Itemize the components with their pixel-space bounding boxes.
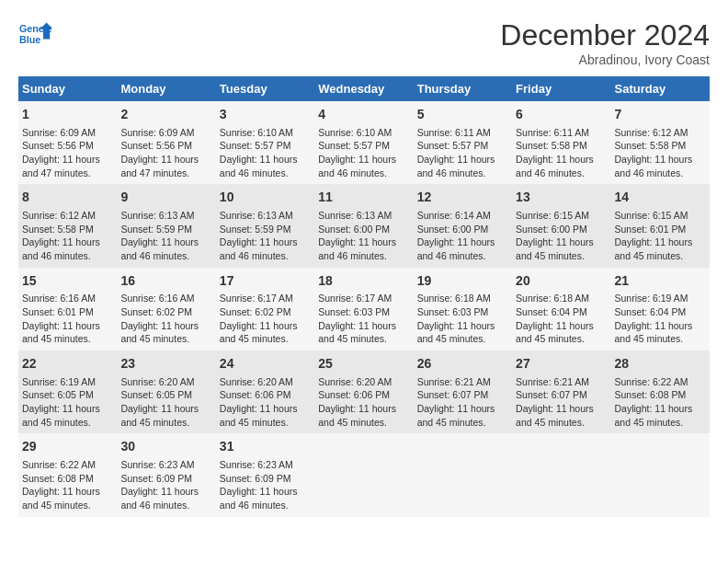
calendar-cell: 4Sunrise: 6:10 AMSunset: 5:57 PMDaylight… — [314, 101, 413, 184]
day-number: 19 — [417, 272, 508, 291]
day-number: 18 — [318, 272, 409, 291]
calendar-cell — [512, 433, 610, 516]
day-header-saturday: Saturday — [611, 76, 710, 101]
day-header-tuesday: Tuesday — [216, 76, 314, 101]
sunrise-label: Sunrise: 6:20 AM — [120, 376, 194, 387]
daylight-label: Daylight: 11 hours and 46 minutes. — [417, 236, 495, 261]
daylight-label: Daylight: 11 hours and 45 minutes. — [516, 403, 594, 428]
daylight-label: Daylight: 11 hours and 46 minutes. — [318, 236, 396, 261]
daylight-label: Daylight: 11 hours and 45 minutes. — [22, 403, 100, 428]
day-number: 7 — [615, 106, 706, 124]
day-number: 31 — [220, 438, 311, 456]
calendar-cell — [314, 433, 413, 516]
sunset-label: Sunset: 5:59 PM — [220, 224, 291, 235]
sunset-label: Sunset: 6:06 PM — [318, 389, 390, 400]
location-subtitle: Abradinou, Ivory Coast — [500, 52, 710, 67]
day-number: 25 — [318, 355, 409, 373]
daylight-label: Daylight: 11 hours and 45 minutes. — [615, 403, 693, 428]
calendar-cell: 28Sunrise: 6:22 AMSunset: 6:08 PMDayligh… — [611, 350, 710, 433]
sunrise-label: Sunrise: 6:16 AM — [120, 293, 194, 304]
day-number: 27 — [516, 355, 607, 373]
sunset-label: Sunset: 5:57 PM — [417, 140, 489, 151]
daylight-label: Daylight: 11 hours and 46 minutes. — [220, 486, 298, 511]
week-row-2: 8Sunrise: 6:12 AMSunset: 5:58 PMDaylight… — [18, 184, 710, 267]
sunrise-label: Sunrise: 6:17 AM — [318, 293, 392, 304]
month-title: December 2024 — [500, 18, 710, 52]
day-number: 20 — [516, 272, 607, 291]
day-number: 1 — [22, 106, 113, 124]
daylight-label: Daylight: 11 hours and 46 minutes. — [120, 486, 199, 511]
calendar-cell: 13Sunrise: 6:15 AMSunset: 6:00 PMDayligh… — [512, 184, 610, 267]
sunrise-label: Sunrise: 6:12 AM — [22, 210, 96, 221]
day-number: 2 — [120, 106, 211, 124]
day-number: 9 — [120, 189, 211, 207]
sunrise-label: Sunrise: 6:22 AM — [22, 459, 96, 470]
calendar-cell: 26Sunrise: 6:21 AMSunset: 6:07 PMDayligh… — [414, 350, 512, 433]
sunrise-label: Sunrise: 6:17 AM — [220, 293, 293, 304]
calendar-cell: 27Sunrise: 6:21 AMSunset: 6:07 PMDayligh… — [512, 350, 610, 433]
sunset-label: Sunset: 5:58 PM — [22, 224, 94, 235]
sunrise-label: Sunrise: 6:09 AM — [22, 127, 96, 138]
calendar-cell: 20Sunrise: 6:18 AMSunset: 6:04 PMDayligh… — [512, 268, 610, 350]
day-number: 15 — [22, 272, 113, 291]
day-number: 29 — [22, 438, 113, 456]
calendar-cell: 19Sunrise: 6:18 AMSunset: 6:03 PMDayligh… — [414, 268, 512, 350]
day-number: 28 — [615, 355, 706, 373]
calendar-cell: 11Sunrise: 6:13 AMSunset: 6:00 PMDayligh… — [314, 184, 413, 267]
calendar-cell: 31Sunrise: 6:23 AMSunset: 6:09 PMDayligh… — [216, 433, 314, 516]
sunset-label: Sunset: 6:03 PM — [417, 306, 489, 317]
sunset-label: Sunset: 6:04 PM — [516, 306, 587, 317]
day-number: 6 — [516, 106, 607, 124]
sunset-label: Sunset: 6:03 PM — [318, 306, 390, 317]
day-header-sunday: Sunday — [18, 76, 117, 101]
sunrise-label: Sunrise: 6:12 AM — [615, 127, 688, 138]
calendar-table: SundayMondayTuesdayWednesdayThursdayFrid… — [18, 76, 710, 517]
calendar-cell: 17Sunrise: 6:17 AMSunset: 6:02 PMDayligh… — [216, 268, 314, 350]
daylight-label: Daylight: 11 hours and 45 minutes. — [417, 320, 495, 345]
day-number: 3 — [220, 106, 311, 124]
sunrise-label: Sunrise: 6:16 AM — [22, 293, 96, 304]
sunrise-label: Sunrise: 6:14 AM — [417, 210, 491, 221]
sunrise-label: Sunrise: 6:19 AM — [22, 376, 96, 387]
calendar-cell: 2Sunrise: 6:09 AMSunset: 5:56 PMDaylight… — [117, 101, 215, 184]
sunset-label: Sunset: 6:05 PM — [120, 389, 192, 400]
sunset-label: Sunset: 6:06 PM — [220, 389, 291, 400]
logo-icon: General Blue — [18, 18, 51, 52]
calendar-cell: 10Sunrise: 6:13 AMSunset: 5:59 PMDayligh… — [216, 184, 314, 267]
sunrise-label: Sunrise: 6:15 AM — [516, 210, 589, 221]
week-row-5: 29Sunrise: 6:22 AMSunset: 6:08 PMDayligh… — [18, 433, 710, 516]
sunrise-label: Sunrise: 6:21 AM — [417, 376, 491, 387]
sunrise-label: Sunrise: 6:13 AM — [318, 210, 392, 221]
daylight-label: Daylight: 11 hours and 45 minutes. — [318, 320, 396, 345]
sunset-label: Sunset: 6:04 PM — [615, 306, 687, 317]
title-block: December 2024 Abradinou, Ivory Coast — [500, 18, 710, 67]
sunrise-label: Sunrise: 6:15 AM — [615, 210, 688, 221]
sunset-label: Sunset: 6:01 PM — [615, 224, 687, 235]
calendar-cell: 6Sunrise: 6:11 AMSunset: 5:58 PMDaylight… — [512, 101, 610, 184]
daylight-label: Daylight: 11 hours and 46 minutes. — [120, 236, 199, 261]
sunrise-label: Sunrise: 6:20 AM — [220, 376, 293, 387]
day-header-monday: Monday — [117, 76, 215, 101]
day-number: 8 — [22, 189, 113, 207]
day-number: 4 — [318, 106, 409, 124]
day-header-wednesday: Wednesday — [314, 76, 413, 101]
calendar-cell: 12Sunrise: 6:14 AMSunset: 6:00 PMDayligh… — [414, 184, 512, 267]
sunset-label: Sunset: 6:02 PM — [220, 306, 291, 317]
sunrise-label: Sunrise: 6:23 AM — [220, 459, 293, 470]
calendar-cell: 22Sunrise: 6:19 AMSunset: 6:05 PMDayligh… — [18, 350, 117, 433]
sunset-label: Sunset: 6:02 PM — [120, 306, 192, 317]
day-number: 17 — [220, 272, 311, 291]
daylight-label: Daylight: 11 hours and 46 minutes. — [417, 154, 495, 178]
sunrise-label: Sunrise: 6:23 AM — [120, 459, 194, 470]
daylight-label: Daylight: 11 hours and 45 minutes. — [516, 320, 594, 345]
sunset-label: Sunset: 5:58 PM — [615, 140, 687, 151]
sunrise-label: Sunrise: 6:13 AM — [220, 210, 293, 221]
sunrise-label: Sunrise: 6:22 AM — [615, 376, 688, 387]
calendar-cell — [414, 433, 512, 516]
calendar-cell — [611, 433, 710, 516]
week-row-1: 1Sunrise: 6:09 AMSunset: 5:56 PMDaylight… — [18, 101, 710, 184]
sunrise-label: Sunrise: 6:10 AM — [318, 127, 392, 138]
daylight-label: Daylight: 11 hours and 45 minutes. — [120, 320, 199, 345]
week-row-4: 22Sunrise: 6:19 AMSunset: 6:05 PMDayligh… — [18, 350, 710, 433]
calendar-cell: 24Sunrise: 6:20 AMSunset: 6:06 PMDayligh… — [216, 350, 314, 433]
